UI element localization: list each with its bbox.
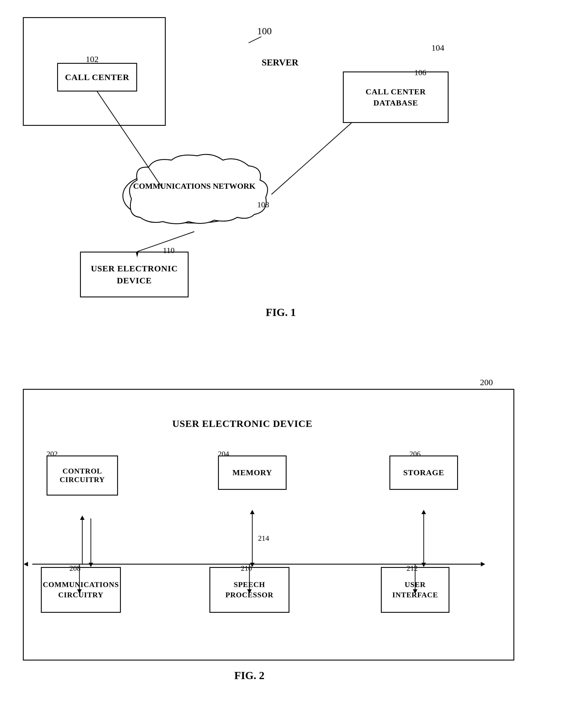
ref-206: 206 xyxy=(409,450,420,458)
fig1-label: FIG. 1 xyxy=(266,306,296,319)
storage-label: STORAGE xyxy=(403,468,444,477)
user-interface-label: USERINTERFACE xyxy=(392,580,438,600)
fig1-area: 100 CALL CENTER 102 SERVER 104 CALL CENT… xyxy=(23,17,537,332)
svg-line-12 xyxy=(249,37,262,43)
control-circuitry-label: CONTROLCIRCUITRY xyxy=(60,467,105,484)
svg-marker-19 xyxy=(481,562,485,566)
memory-label: MEMORY xyxy=(233,468,272,477)
ref-200: 200 xyxy=(480,377,493,387)
ref-214: 214 xyxy=(258,534,269,543)
ref-100: 100 xyxy=(257,26,272,37)
speech-processor-box: SPEECHPROCESSOR xyxy=(210,567,289,613)
svg-marker-18 xyxy=(24,562,28,566)
control-circuitry-box: CONTROLCIRCUITRY xyxy=(47,456,118,496)
svg-marker-23 xyxy=(89,563,93,567)
speech-processor-label: SPEECHPROCESSOR xyxy=(226,580,274,600)
cloud-text: COMMUNICATIONS NETWORK xyxy=(111,180,277,192)
db-label: CALL CENTERDATABASE xyxy=(366,86,426,108)
ref-104: 104 xyxy=(431,43,444,53)
svg-marker-25 xyxy=(250,510,255,514)
ref-106: 106 xyxy=(414,68,426,77)
comm-circuitry-box: COMMUNICATIONSCIRCUITRY xyxy=(41,567,121,613)
ref-110: 110 xyxy=(163,246,175,255)
ref-108: 108 xyxy=(257,200,269,209)
comm-circuitry-label: COMMUNICATIONSCIRCUITRY xyxy=(43,580,119,600)
svg-marker-29 xyxy=(421,563,426,567)
call-center-label: CALL CENTER xyxy=(65,72,129,82)
user-interface-box: USERINTERFACE xyxy=(381,567,449,613)
user-device-label: USER ELECTRONICDEVICE xyxy=(91,262,178,287)
page: 100 CALL CENTER 102 SERVER 104 CALL CENT… xyxy=(0,0,562,728)
ref-208: 208 xyxy=(69,564,81,573)
fig2-area: 200 USER ELECTRONIC DEVICE CONTROLCIRCUI… xyxy=(23,366,537,695)
ref-212: 212 xyxy=(406,564,418,573)
memory-box: MEMORY xyxy=(218,456,286,490)
svg-line-14 xyxy=(272,123,351,194)
fig2-outer-box: USER ELECTRONIC DEVICE CONTROLCIRCUITRY … xyxy=(23,389,514,661)
svg-marker-28 xyxy=(421,510,426,514)
svg-marker-21 xyxy=(80,516,85,520)
fig2-label: FIG. 2 xyxy=(234,669,265,682)
server-label: SERVER xyxy=(23,57,537,68)
fig2-title: USER ELECTRONIC DEVICE xyxy=(172,418,312,429)
user-device-box: USER ELECTRONICDEVICE xyxy=(80,252,189,297)
call-center-db-box: CALL CENTERDATABASE xyxy=(343,71,449,123)
fig2-connections xyxy=(24,413,515,684)
storage-box: STORAGE xyxy=(389,456,458,490)
ref-202: 202 xyxy=(47,450,58,458)
ref-204: 204 xyxy=(218,450,229,458)
ref-210: 210 xyxy=(241,564,252,573)
